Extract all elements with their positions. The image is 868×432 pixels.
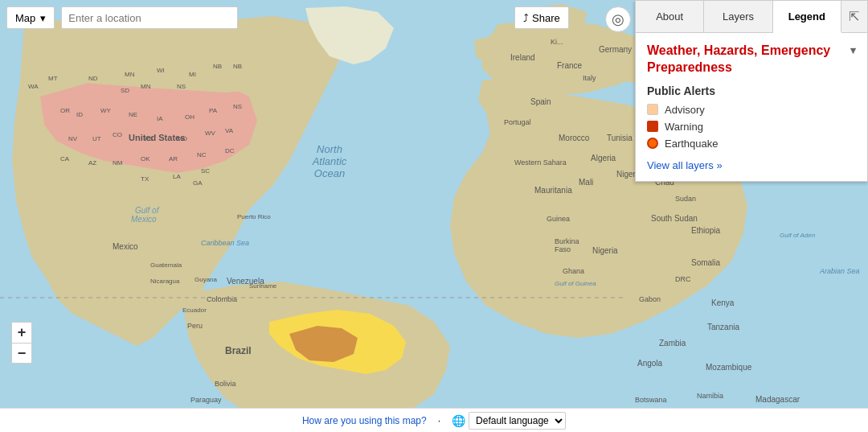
svg-text:Peru: Peru bbox=[187, 322, 203, 330]
svg-text:Ethiopia: Ethiopia bbox=[691, 226, 721, 235]
tab-legend[interactable]: Legend bbox=[773, 1, 841, 33]
tab-legend-label: Legend bbox=[788, 10, 825, 23]
compass-button[interactable]: ◎ bbox=[605, 6, 631, 32]
svg-text:GA: GA bbox=[193, 179, 203, 187]
svg-text:NV: NV bbox=[68, 135, 78, 142]
svg-text:Colombia: Colombia bbox=[207, 295, 237, 303]
title-dropdown-button[interactable]: ▾ bbox=[850, 44, 856, 58]
svg-text:South Sudan: South Sudan bbox=[651, 214, 698, 223]
warning-swatch bbox=[647, 121, 658, 132]
dropdown-arrow-icon: ▾ bbox=[40, 12, 46, 24]
svg-text:VA: VA bbox=[225, 127, 234, 134]
svg-text:TX: TX bbox=[141, 175, 149, 183]
tab-layers-label: Layers bbox=[723, 10, 754, 23]
advisory-label: Advisory bbox=[665, 104, 705, 116]
svg-text:Caribbean Sea: Caribbean Sea bbox=[201, 239, 249, 247]
svg-text:Mauritania: Mauritania bbox=[534, 186, 572, 195]
svg-text:Nicaragua: Nicaragua bbox=[150, 278, 180, 285]
how-using-link[interactable]: How are you using this map? bbox=[302, 415, 427, 426]
svg-text:France: France bbox=[557, 61, 583, 70]
svg-text:AR: AR bbox=[169, 155, 178, 163]
svg-text:Germany: Germany bbox=[599, 45, 632, 54]
svg-text:OK: OK bbox=[141, 155, 150, 163]
svg-text:KS: KS bbox=[145, 135, 154, 142]
svg-text:Ireland: Ireland bbox=[510, 53, 535, 62]
svg-text:Portugal: Portugal bbox=[504, 118, 531, 126]
svg-text:Suriname: Suriname bbox=[249, 282, 277, 290]
svg-text:NB: NB bbox=[213, 63, 222, 70]
svg-text:Somalia: Somalia bbox=[691, 258, 721, 267]
svg-text:Morocco: Morocco bbox=[559, 134, 590, 142]
svg-text:Mozambique: Mozambique bbox=[706, 363, 752, 372]
svg-text:Ki...: Ki... bbox=[551, 38, 563, 46]
svg-text:Botswana: Botswana bbox=[635, 396, 667, 404]
legend-item-advisory: Advisory bbox=[647, 104, 856, 116]
language-select[interactable]: Default language bbox=[469, 412, 566, 430]
svg-text:Nigeria: Nigeria bbox=[592, 246, 618, 255]
language-icon: 🌐 bbox=[452, 414, 465, 427]
svg-text:NC: NC bbox=[197, 151, 207, 158]
map-container[interactable]: Gulf of Mexico North Atlantic Ocean Cari… bbox=[0, 0, 868, 432]
panel-title: Weather, Hazards, Emergency Preparedness… bbox=[647, 43, 856, 76]
svg-text:Angola: Angola bbox=[637, 359, 663, 368]
svg-text:MI: MI bbox=[189, 71, 196, 78]
public-alerts-heading: Public Alerts bbox=[647, 84, 856, 97]
compass-icon: ◎ bbox=[612, 10, 624, 28]
language-selector-wrap: 🌐 Default language bbox=[452, 412, 566, 430]
svg-text:UT: UT bbox=[92, 135, 101, 142]
svg-text:CA: CA bbox=[60, 155, 70, 163]
svg-text:PA: PA bbox=[209, 107, 218, 114]
svg-text:AZ: AZ bbox=[88, 159, 96, 167]
warning-label: Warning bbox=[665, 121, 703, 133]
svg-text:NB: NB bbox=[233, 63, 242, 70]
svg-text:OH: OH bbox=[185, 113, 194, 121]
tab-about[interactable]: About bbox=[636, 1, 704, 32]
svg-text:Sudan: Sudan bbox=[675, 195, 696, 203]
svg-text:Ocean: Ocean bbox=[314, 167, 345, 179]
legend-item-earthquake: Earthquake bbox=[647, 138, 856, 150]
map-type-label: Map bbox=[15, 12, 35, 24]
svg-text:Paraguay: Paraguay bbox=[190, 396, 222, 404]
svg-text:Mexico: Mexico bbox=[131, 215, 157, 224]
separator: · bbox=[438, 415, 440, 426]
svg-text:Western Sahara: Western Sahara bbox=[514, 158, 567, 167]
zoom-out-button[interactable]: − bbox=[11, 343, 32, 364]
svg-text:WI: WI bbox=[157, 67, 165, 74]
svg-text:ND: ND bbox=[88, 75, 98, 82]
svg-text:Puerto Rico: Puerto Rico bbox=[237, 213, 271, 220]
view-all-layers-link[interactable]: View all layers » bbox=[647, 159, 856, 171]
svg-text:MO: MO bbox=[177, 135, 187, 142]
svg-text:Kenya: Kenya bbox=[711, 298, 735, 307]
svg-text:Niger: Niger bbox=[616, 170, 637, 179]
collapse-button[interactable]: ⇱ bbox=[841, 1, 867, 32]
svg-text:MN: MN bbox=[125, 71, 135, 78]
svg-text:Ghana: Ghana bbox=[563, 267, 584, 275]
svg-text:Brazil: Brazil bbox=[225, 345, 252, 356]
svg-text:Guatemala: Guatemala bbox=[150, 261, 182, 269]
svg-text:WV: WV bbox=[205, 130, 216, 137]
svg-text:ID: ID bbox=[76, 111, 83, 118]
svg-text:Mali: Mali bbox=[579, 178, 593, 187]
map-type-selector[interactable]: Map ▾ bbox=[6, 6, 55, 29]
svg-text:Namibia: Namibia bbox=[697, 392, 723, 400]
svg-text:Guinea: Guinea bbox=[547, 215, 570, 223]
svg-text:Algeria: Algeria bbox=[591, 154, 616, 163]
svg-text:DC: DC bbox=[225, 147, 235, 154]
svg-text:Gabon: Gabon bbox=[639, 295, 661, 303]
svg-text:WY: WY bbox=[100, 107, 112, 114]
svg-text:Atlantic: Atlantic bbox=[312, 155, 347, 167]
svg-text:SC: SC bbox=[201, 167, 210, 175]
tab-about-label: About bbox=[656, 10, 683, 23]
zoom-in-button[interactable]: + bbox=[11, 322, 32, 343]
svg-text:Arabian Sea: Arabian Sea bbox=[819, 267, 860, 275]
svg-text:NE: NE bbox=[129, 111, 137, 118]
svg-text:Guyana: Guyana bbox=[194, 276, 218, 283]
tab-layers[interactable]: Layers bbox=[704, 1, 772, 32]
svg-text:Bolivia: Bolivia bbox=[215, 380, 236, 388]
panel-title-text: Weather, Hazards, Emergency Preparedness bbox=[647, 43, 847, 76]
svg-text:Gulf of Aden: Gulf of Aden bbox=[780, 232, 816, 239]
legend-item-warning: Warning bbox=[647, 121, 856, 133]
location-input[interactable] bbox=[61, 6, 238, 29]
svg-text:MT: MT bbox=[48, 75, 58, 82]
svg-text:NS: NS bbox=[177, 83, 186, 90]
